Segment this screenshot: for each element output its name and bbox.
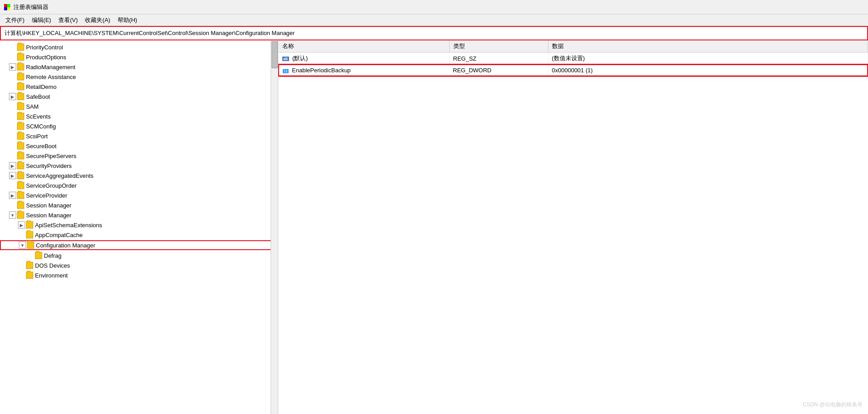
- tree-item-appcompatcache[interactable]: AppCompatCache: [0, 230, 278, 240]
- tree-item-dosdevices[interactable]: DOS Devices: [0, 260, 278, 270]
- registry-table: 名称 类型 数据 ab (默认) REG_SZ (数值未设置): [278, 40, 868, 76]
- tree-label: SafeBoot: [26, 93, 50, 100]
- tree-item-prioritycontrol[interactable]: PriorityControl: [0, 42, 278, 52]
- tree-label: ApiSetSchemaExtensions: [35, 222, 102, 229]
- folder-icon: [17, 202, 24, 209]
- title-bar: 注册表编辑器: [0, 0, 868, 14]
- watermark: CSDN @玩电脑的辣条哥: [802, 401, 863, 409]
- expand-spacer: [18, 262, 25, 269]
- expand-spacer: [27, 252, 34, 259]
- col-header-name: 名称: [279, 40, 449, 53]
- registry-data-periodic: 0x00000001 (1): [548, 65, 868, 76]
- tree-item-session-manager-1[interactable]: Session Manager: [0, 200, 278, 210]
- folder-icon: [17, 192, 24, 199]
- tree-item-scmconfig[interactable]: SCMConfig: [0, 121, 278, 131]
- expand-button[interactable]: ▼: [19, 242, 26, 249]
- tree-item-safeboot[interactable]: ▶ SafeBoot: [0, 92, 278, 101]
- ab-icon: ab: [282, 57, 289, 61]
- menu-view[interactable]: 查看(V): [55, 15, 81, 25]
- tree-label: SAM: [26, 103, 39, 110]
- expand-spacer: [9, 83, 16, 90]
- tree-label: AppCompatCache: [35, 232, 83, 238]
- scrollbar-thumb[interactable]: [272, 41, 278, 68]
- expand-button[interactable]: ▶: [9, 172, 16, 179]
- tree-label: Session Manager: [26, 202, 71, 209]
- folder-icon: [35, 252, 42, 259]
- tree-label: PriorityControl: [26, 44, 63, 51]
- registry-type-periodic: REG_DWORD: [449, 65, 548, 76]
- tree-label: Defrag: [44, 252, 61, 259]
- tree-item-radiomanagement[interactable]: ▶ RadioManagement: [0, 62, 278, 72]
- tree-item-apisetschemaextensions[interactable]: ▶ ApiSetSchemaExtensions: [0, 220, 278, 230]
- tree-scrollbar[interactable]: [271, 40, 278, 414]
- tree-label: Configuration Manager: [36, 242, 95, 249]
- title-bar-text: 注册表编辑器: [13, 3, 48, 11]
- menu-bar: 文件(F) 编辑(E) 查看(V) 收藏夹(A) 帮助(H): [0, 14, 868, 26]
- folder-icon: [17, 83, 24, 90]
- folder-icon: [17, 132, 24, 140]
- col-header-type: 类型: [449, 40, 548, 53]
- svg-rect-2: [4, 7, 7, 10]
- folder-icon: [17, 73, 24, 80]
- folder-icon: [17, 123, 24, 130]
- tree-item-configuration-manager[interactable]: ▼ Configuration Manager: [0, 240, 278, 250]
- expand-button[interactable]: ▼: [9, 211, 16, 219]
- tree-item-session-manager-2[interactable]: ▼ Session Manager: [0, 210, 278, 220]
- expand-spacer: [18, 272, 25, 279]
- expand-spacer: [9, 113, 16, 120]
- expand-button[interactable]: ▶: [9, 93, 16, 100]
- folder-icon: [26, 262, 33, 269]
- folder-icon: [17, 113, 24, 120]
- tree-item-servicegrouporder[interactable]: ServiceGroupOrder: [0, 181, 278, 190]
- menu-edit[interactable]: 编辑(E): [28, 15, 55, 25]
- tree-item-serviceaggregatedevents[interactable]: ▶ ServiceAggregatedEvents: [0, 171, 278, 181]
- tree-label: SecureBoot: [26, 143, 57, 150]
- folder-icon: [26, 221, 33, 229]
- table-row-enableperiodicbackup[interactable]: 11 EnablePeriodicBackup REG_DWORD 0x0000…: [279, 65, 868, 76]
- folder-icon: [17, 103, 24, 110]
- folder-icon: [17, 93, 24, 100]
- folder-icon: [17, 63, 24, 70]
- folder-icon: [17, 53, 24, 61]
- registry-name-periodic: 11 EnablePeriodicBackup: [279, 65, 449, 76]
- tree-item-scevents[interactable]: ScEvents: [0, 111, 278, 121]
- expand-button[interactable]: ▶: [9, 63, 16, 70]
- address-bar: 计算机\HKEY_LOCAL_MACHINE\SYSTEM\CurrentCon…: [0, 26, 868, 40]
- table-row-default[interactable]: ab (默认) REG_SZ (数值未设置): [279, 53, 868, 65]
- tree-item-serviceprovider[interactable]: ▶ ServiceProvider: [0, 190, 278, 200]
- svg-rect-1: [7, 4, 10, 7]
- dword-icon: 11: [283, 69, 289, 73]
- tree-item-securepipeservers[interactable]: SecurePipeServers: [0, 151, 278, 161]
- menu-file[interactable]: 文件(F): [2, 15, 28, 25]
- tree-item-scsiport[interactable]: ScsiPort: [0, 131, 278, 141]
- tree-label: ServiceAggregatedEvents: [26, 172, 93, 179]
- folder-icon: [27, 242, 34, 249]
- tree-item-securityproviders[interactable]: ▶ SecurityProviders: [0, 161, 278, 171]
- tree-item-defrag[interactable]: Defrag: [0, 251, 278, 260]
- tree-label: Remote Assistance: [26, 74, 76, 80]
- tree-label: ScEvents: [26, 113, 51, 120]
- tree-item-remoteassistance[interactable]: Remote Assistance: [0, 72, 278, 82]
- tree-item-secureboot[interactable]: SecureBoot: [0, 141, 278, 151]
- tree-item-retaildemo[interactable]: RetailDemo: [0, 82, 278, 92]
- tree-item-productoptions[interactable]: ProductOptions: [0, 52, 278, 62]
- tree-item-environment[interactable]: Environment: [0, 270, 278, 280]
- expand-spacer: [9, 202, 16, 209]
- menu-favorites[interactable]: 收藏夹(A): [81, 15, 114, 25]
- svg-rect-0: [4, 4, 7, 7]
- tree-label: ServiceProvider: [26, 192, 67, 199]
- expand-button[interactable]: ▶: [9, 162, 16, 169]
- folder-icon: [17, 182, 24, 189]
- expand-spacer: [9, 132, 16, 140]
- menu-help[interactable]: 帮助(H): [114, 15, 141, 25]
- folder-icon: [17, 142, 24, 150]
- folder-icon: [17, 211, 24, 219]
- expand-button[interactable]: ▶: [18, 221, 25, 229]
- app-icon: [4, 4, 11, 11]
- tree-label: RetailDemo: [26, 84, 57, 90]
- expand-button[interactable]: ▶: [9, 192, 16, 199]
- tree-item-sam[interactable]: SAM: [0, 101, 278, 111]
- address-bar-path[interactable]: 计算机\HKEY_LOCAL_MACHINE\SYSTEM\CurrentCon…: [4, 29, 864, 37]
- registry-name-default: ab (默认): [279, 53, 449, 65]
- folder-icon: [17, 152, 24, 159]
